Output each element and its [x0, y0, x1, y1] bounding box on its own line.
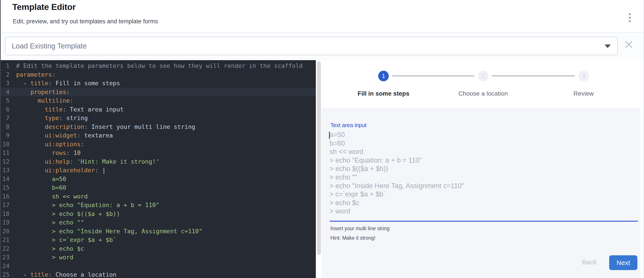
textarea-placeholder-line: a=50: [330, 131, 630, 139]
back-button[interactable]: Back: [576, 257, 603, 268]
step-label-3: Review: [574, 90, 594, 97]
line-number: 9: [1, 131, 10, 140]
line-number: 3: [1, 79, 10, 88]
code-text: # Edit the template parameters below to …: [16, 62, 302, 69]
template-editor-page: { "header": { "title": "Template Editor"…: [0, 0, 644, 278]
code-text: > c=`expr $a + $b`: [16, 236, 116, 243]
field-focus-underline: [330, 221, 638, 222]
close-icon: [624, 40, 633, 49]
code-text: description: Insert your multi line stri…: [16, 123, 195, 130]
code-text: properties:: [16, 89, 70, 95]
code-line[interactable]: 4 properties:: [1, 88, 316, 96]
code-line[interactable]: 3 - title: Fill in some steps: [1, 79, 316, 88]
code-line[interactable]: 7 type: string: [1, 114, 316, 122]
code-text: [16, 263, 20, 270]
line-number: 7: [1, 114, 10, 122]
code-line[interactable]: 19 > echo "": [1, 218, 316, 227]
code-text: sh << word: [16, 193, 88, 200]
code-text: > word: [16, 254, 74, 261]
code-text: > echo "Equation: a + b = 110": [16, 202, 159, 208]
page-title: Template Editor: [12, 2, 76, 12]
line-number: 25: [1, 270, 10, 278]
code-text: a=50: [16, 176, 66, 182]
code-text: > echo $c: [16, 245, 84, 252]
line-number: 8: [1, 122, 10, 131]
code-line[interactable]: 21 > c=`expr $a + $b`: [1, 236, 316, 244]
line-number: 11: [1, 148, 10, 157]
code-line[interactable]: 1# Edit the template parameters below to…: [1, 61, 316, 70]
code-line[interactable]: 23 > word: [1, 253, 316, 262]
line-number: 20: [1, 227, 10, 236]
line-number: 5: [1, 96, 10, 105]
step-circle-2: 2: [478, 71, 488, 81]
textarea-placeholder-line: b=60: [330, 139, 630, 148]
textarea-placeholder-line: > echo "Inside Here Tag, Assignment c=11…: [330, 182, 630, 190]
code-line[interactable]: 10 ui:options:: [1, 140, 316, 149]
line-number: 18: [1, 210, 10, 218]
code-line[interactable]: 18 > echo $(($a + $b)): [1, 210, 316, 218]
field-description: Insert your multi line string: [330, 226, 390, 232]
code-line[interactable]: 13 ui:placeholder: |: [1, 166, 316, 175]
code-text: - title: Choose a location: [16, 271, 116, 278]
textarea-placeholder-line: > echo "": [330, 173, 630, 182]
code-editor[interactable]: 1# Edit the template parameters below to…: [1, 60, 316, 278]
code-line[interactable]: 25 - title: Choose a location: [1, 270, 316, 278]
code-line[interactable]: 9 ui:widget: textarea: [1, 131, 316, 140]
code-text: b=60: [16, 184, 66, 191]
load-template-select[interactable]: Load Existing Template: [5, 37, 618, 55]
line-number: 23: [1, 253, 10, 262]
code-text: type: string: [16, 115, 88, 121]
kebab-menu-button[interactable]: [625, 9, 634, 26]
stepper: 1Fill in some steps2Choose a location3Re…: [322, 60, 644, 108]
line-number: 24: [1, 262, 10, 271]
line-number: 16: [1, 192, 10, 201]
line-number: 12: [1, 157, 10, 166]
line-number: 17: [1, 201, 10, 210]
code-line[interactable]: 17 > echo "Equation: a + b = 110": [1, 201, 316, 210]
line-number: 2: [1, 70, 10, 79]
code-line[interactable]: 2parameters:: [1, 70, 316, 79]
next-button[interactable]: Next: [609, 255, 638, 270]
textarea-input[interactable]: a=50b=60sh << word> echo "Equation: a + …: [330, 131, 630, 217]
preview-panel: 1Fill in some steps2Choose a location3Re…: [322, 60, 644, 278]
code-text: ui:placeholder: |: [16, 167, 106, 174]
code-line[interactable]: 24: [1, 262, 316, 271]
code-text: ui:widget: textarea: [16, 132, 113, 139]
kebab-menu-icon: [629, 13, 631, 15]
toolbar: Load Existing Template: [1, 33, 644, 60]
line-number: 6: [1, 105, 10, 114]
line-number: 19: [1, 218, 10, 227]
kebab-menu-icon: [629, 20, 631, 22]
line-number: 10: [1, 140, 10, 149]
step-connector: [492, 76, 575, 76]
textarea-placeholder-line: > word: [330, 207, 630, 216]
code-line[interactable]: 11 rows: 10: [1, 148, 316, 157]
code-line[interactable]: 14 a=50: [1, 175, 316, 184]
code-line[interactable]: 12 ui:help: 'Hint: Make it strong!': [1, 157, 316, 166]
code-lines: 1# Edit the template parameters below to…: [1, 61, 316, 278]
field-label: Text area input: [330, 122, 366, 128]
clear-selection-button[interactable]: [623, 39, 634, 50]
caret-down-icon: [604, 44, 611, 48]
code-text: rows: 10: [16, 149, 81, 156]
editor-scrollbar-track[interactable]: [316, 60, 322, 278]
code-line[interactable]: 22 > echo $c: [1, 244, 316, 253]
textarea-placeholder-line: > echo $(($a + $b)): [330, 165, 630, 173]
code-line[interactable]: 6 title: Text area input: [1, 105, 316, 114]
step-circle-3: 3: [578, 71, 589, 81]
code-line[interactable]: 16 sh << word: [1, 192, 316, 201]
code-text: > echo $(($a + $b)): [16, 210, 120, 217]
editor-scrollbar-thumb[interactable]: [317, 61, 321, 255]
textarea-placeholder-line: > echo $c: [330, 199, 630, 207]
load-template-select-value: Load Existing Template: [12, 37, 87, 55]
code-line[interactable]: 5 multiline:: [1, 96, 316, 105]
code-text: ui:options:: [16, 141, 84, 148]
field-hint: Hint: Make it strong!: [330, 235, 376, 241]
code-line[interactable]: 8 description: Insert your multi line st…: [1, 122, 316, 131]
line-number: 14: [1, 175, 10, 184]
line-number: 22: [1, 244, 10, 253]
code-line[interactable]: 15 b=60: [1, 183, 316, 192]
text-cursor: [329, 132, 330, 139]
code-line[interactable]: 20 > echo "Inside Here Tag, Assignment c…: [1, 227, 316, 236]
code-text: parameters:: [16, 71, 56, 78]
